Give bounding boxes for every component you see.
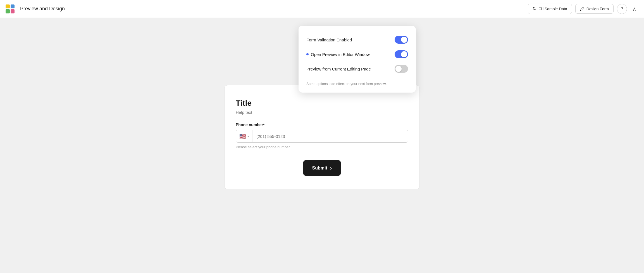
form-validation-thumb	[401, 37, 407, 43]
preview-current-row: Preview from Current Editing Page	[306, 62, 408, 76]
form-validation-track	[395, 36, 408, 44]
logo-yellow	[6, 4, 10, 9]
popup-note: Some options take effect on your next fo…	[306, 79, 408, 86]
logo-blue	[11, 4, 15, 9]
preview-current-track	[395, 65, 408, 73]
fill-sample-data-button[interactable]: ⇅ Fill Sample Data	[528, 4, 572, 14]
open-preview-track	[395, 50, 408, 58]
form-title: Title	[236, 99, 408, 108]
topbar-actions: ⇅ Fill Sample Data 🖊 Design Form ? ∧	[528, 4, 638, 14]
phone-input-wrapper: 🇺🇸 ▾	[236, 130, 408, 143]
form-card: Title Help text Phone number* 🇺🇸 ▾ Pleas…	[224, 85, 420, 189]
open-preview-toggle[interactable]	[395, 50, 408, 58]
preview-current-label: Preview from Current Editing Page	[306, 67, 371, 71]
phone-country-selector[interactable]: 🇺🇸 ▾	[236, 130, 252, 142]
country-dropdown-arrow: ▾	[247, 135, 249, 138]
fill-sample-icon: ⇅	[533, 6, 536, 11]
help-button[interactable]: ?	[617, 4, 627, 14]
open-preview-row: Open Preview in Editor Window	[306, 47, 408, 62]
preview-current-thumb	[395, 66, 402, 72]
preview-current-toggle[interactable]	[395, 65, 408, 73]
form-validation-toggle[interactable]	[395, 36, 408, 44]
collapse-button[interactable]: ∧	[630, 5, 638, 13]
open-preview-label: Open Preview in Editor Window	[306, 52, 370, 57]
logo-green	[6, 9, 10, 13]
main-content: Form Validation Enabled Open Preview in …	[0, 18, 644, 273]
phone-input[interactable]	[252, 131, 408, 142]
design-form-button[interactable]: 🖊 Design Form	[575, 4, 614, 14]
help-icon: ?	[621, 6, 623, 11]
submit-button[interactable]: Submit ›	[303, 160, 341, 176]
form-help-text: Help text	[236, 110, 408, 115]
open-preview-thumb	[401, 51, 407, 57]
design-form-label: Design Form	[586, 7, 609, 11]
phone-label: Phone number*	[236, 123, 408, 127]
submit-arrow-icon: ›	[330, 165, 332, 171]
form-validation-row: Form Validation Enabled	[306, 32, 408, 47]
chevron-up-icon: ∧	[633, 6, 636, 12]
submit-label: Submit	[312, 166, 327, 171]
app-logo	[6, 4, 15, 13]
flag-emoji: 🇺🇸	[239, 133, 246, 140]
phone-hint: Please select your phone number	[236, 145, 408, 149]
design-form-icon: 🖊	[580, 6, 584, 11]
topbar: Preview and Design ⇅ Fill Sample Data 🖊 …	[0, 0, 644, 18]
page-title: Preview and Design	[20, 6, 528, 12]
open-preview-dot	[306, 53, 309, 55]
logo-pink	[11, 9, 15, 13]
settings-popup: Form Validation Enabled Open Preview in …	[299, 26, 416, 93]
form-validation-label: Form Validation Enabled	[306, 37, 352, 42]
fill-sample-label: Fill Sample Data	[538, 7, 567, 11]
phone-field-group: Phone number* 🇺🇸 ▾ Please select your ph…	[236, 123, 408, 149]
